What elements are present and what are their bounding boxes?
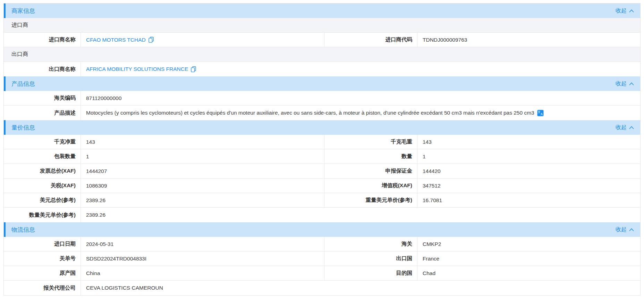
merchant-section-title: 商家信息	[6, 7, 35, 15]
usd-total-label: 美元总价(参考)	[4, 193, 81, 207]
importer-name-label: 进口商名称	[4, 33, 81, 47]
row-usd-price: 美元总价(参考) 2389.26 重量美元单价(参考) 16.7081	[4, 193, 640, 208]
svg-text:文: 文	[537, 110, 541, 114]
dest-country-value: Chad	[417, 266, 640, 280]
hs-code-value: 871120000000	[81, 91, 640, 105]
customs-duty-label: 关税(XAF)	[4, 179, 81, 193]
logistics-collapse-button[interactable]: 收起	[616, 226, 640, 233]
row-countries: 原产国 China 目的国 Chad	[4, 266, 640, 281]
exporter-name-label: 出口商名称	[4, 62, 81, 76]
chevron-up-icon	[629, 126, 634, 129]
importer-code-label: 进口商代码	[324, 33, 417, 47]
product-description-cell: Motocycles (y compris les cyclomoteurs) …	[81, 106, 640, 120]
row-invoice: 发票总价(XAF) 1444207 申报保证金 144420	[4, 164, 640, 179]
row-quantity: 包装数量 1 数量 1	[4, 149, 640, 164]
usd-total-value: 2389.26	[81, 193, 324, 207]
declaration-no-value: SDSD22024TRD004833I	[81, 251, 324, 266]
net-weight-value: 143	[81, 135, 324, 149]
quantity-label: 数量	[324, 149, 417, 164]
vat-value: 347512	[417, 179, 640, 193]
customs-agent-value: CEVA LOGISTICS CAMEROUN	[81, 281, 640, 295]
row-import-date: 进口日期 2024-05-31 海关 CMKP2	[4, 237, 640, 251]
importer-name-cell: CFAO MOTORS TCHAD	[81, 33, 324, 47]
declaration-no-label: 关单号	[4, 251, 81, 266]
vat-label: 增值税(XAF)	[324, 179, 417, 193]
row-customs-agent: 报关代理公司 CEVA LOGISTICS CAMEROUN	[4, 281, 640, 295]
declared-deposit-value: 144420	[417, 164, 640, 178]
hs-code-label: 海关编码	[4, 91, 81, 105]
customs-label: 海关	[324, 237, 417, 251]
chevron-up-icon	[629, 82, 634, 85]
export-country-value: France	[417, 251, 640, 266]
gross-weight-label: 千克毛重	[324, 135, 417, 149]
row-weight: 千克净重 143 千克毛重 143	[4, 135, 640, 149]
chevron-up-icon	[629, 228, 634, 231]
row-usd-unit-qty: 数量美元单价(参考) 2389.26	[4, 208, 640, 222]
invoice-total-label: 发票总价(XAF)	[4, 164, 81, 178]
row-exporter: 出口商名称 AFRICA MOBILITY SOLUTIONS FRANCE	[4, 62, 640, 76]
collapse-label: 收起	[616, 226, 627, 233]
exporter-subheader: 出口商	[4, 47, 640, 62]
chevron-up-icon	[629, 9, 634, 13]
quantity-value: 1	[417, 149, 640, 164]
quantity-price-section-title: 量价信息	[6, 124, 35, 132]
row-product-description: 产品描述 Motocycles (y compris les cyclomote…	[4, 106, 640, 120]
row-importer: 进口商名称 CFAO MOTORS TCHAD 进口商代码 TDNDJ00000…	[4, 33, 640, 47]
gross-weight-value: 143	[417, 135, 640, 149]
usd-unit-price-weight-label: 重量美元单价(参考)	[324, 193, 417, 207]
package-qty-value: 1	[81, 149, 324, 164]
collapse-label: 收起	[616, 80, 627, 88]
row-tax: 关税(XAF) 1086309 增值税(XAF) 347512	[4, 179, 640, 193]
translate-icon[interactable]: 文A	[537, 110, 544, 116]
section-logistics: 物流信息 收起 进口日期 2024-05-31 海关 CMKP2 关单号 SDS…	[4, 222, 640, 295]
origin-country-value: China	[81, 266, 324, 280]
customs-value: CMKP2	[417, 237, 640, 251]
usd-unit-price-qty-label: 数量美元单价(参考)	[4, 208, 81, 222]
invoice-total-value: 1444207	[81, 164, 324, 178]
net-weight-label: 千克净重	[4, 135, 81, 149]
declared-deposit-label: 申报保证金	[324, 164, 417, 178]
export-country-label: 出口国	[324, 251, 417, 266]
usd-unit-price-weight-value: 16.7081	[417, 193, 640, 207]
product-section-header: 产品信息 收起	[4, 76, 640, 91]
quantity-price-collapse-button[interactable]: 收起	[616, 124, 640, 131]
trade-record-detail: 商家信息 收起 进口商 进口商名称 CFAO MOTORS TCHAD 进口商代…	[3, 3, 641, 296]
product-section-title: 产品信息	[6, 80, 35, 88]
svg-text:A: A	[541, 113, 543, 116]
merchant-section-header: 商家信息 收起	[4, 3, 640, 18]
section-quantity-price: 量价信息 收起 千克净重 143 千克毛重 143 包装数量 1 数量 1 发票…	[4, 120, 640, 222]
merchant-collapse-button[interactable]: 收起	[616, 7, 640, 15]
section-merchant: 商家信息 收起 进口商 进口商名称 CFAO MOTORS TCHAD 进口商代…	[4, 3, 640, 76]
usd-unit-price-qty-value: 2389.26	[81, 208, 640, 222]
importer-name-link[interactable]: CFAO MOTORS TCHAD	[86, 37, 146, 43]
import-date-value: 2024-05-31	[81, 237, 324, 251]
row-hs-code: 海关编码 871120000000	[4, 91, 640, 106]
customs-agent-label: 报关代理公司	[4, 281, 81, 295]
logistics-section-header: 物流信息 收起	[4, 222, 640, 237]
exporter-name-link[interactable]: AFRICA MOBILITY SOLUTIONS FRANCE	[86, 66, 188, 72]
importer-subheader: 进口商	[4, 18, 640, 33]
collapse-label: 收起	[616, 124, 627, 131]
section-product: 产品信息 收起 海关编码 871120000000 产品描述 Motocycle…	[4, 76, 640, 120]
customs-duty-value: 1086309	[81, 179, 324, 193]
row-declaration: 关单号 SDSD22024TRD004833I 出口国 France	[4, 251, 640, 266]
copy-icon[interactable]	[149, 37, 154, 43]
package-qty-label: 包装数量	[4, 149, 81, 164]
quantity-price-section-header: 量价信息 收起	[4, 120, 640, 135]
dest-country-label: 目的国	[324, 266, 417, 280]
product-description-label: 产品描述	[4, 106, 81, 120]
importer-code-value: TDNDJ000009763	[417, 33, 640, 47]
import-date-label: 进口日期	[4, 237, 81, 251]
logistics-section-title: 物流信息	[6, 226, 35, 234]
origin-country-label: 原产国	[4, 266, 81, 280]
collapse-label: 收起	[616, 7, 627, 15]
copy-icon[interactable]	[191, 66, 196, 72]
product-collapse-button[interactable]: 收起	[616, 80, 640, 88]
exporter-name-cell: AFRICA MOBILITY SOLUTIONS FRANCE	[81, 62, 640, 76]
product-description-text: Motocycles (y compris les cyclomoteurs) …	[86, 110, 534, 116]
